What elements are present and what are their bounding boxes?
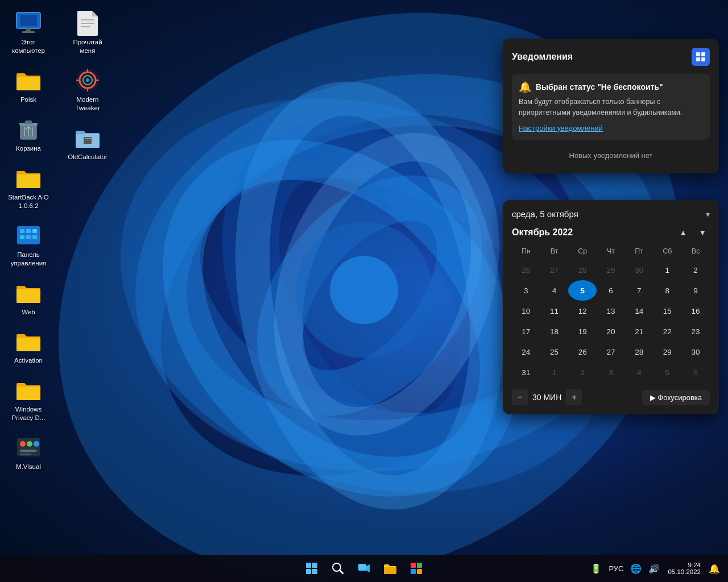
svg-rect-26 — [32, 235, 37, 239]
calendar-day-cell[interactable]: 27 — [540, 260, 569, 280]
calendar-prev-month[interactable]: ▲ — [676, 227, 690, 238]
calendar-day-cell[interactable]: 7 — [625, 280, 653, 301]
calendar-day-cell[interactable]: 30 — [681, 342, 710, 362]
calendar-timer-minus[interactable]: − — [512, 389, 528, 405]
calendar-panel: среда, 5 октября ▾ Октябрь 2022 ▲ ▼ ПнВт… — [503, 200, 719, 414]
calendar-body: 2627282930123456789101112131415161718192… — [512, 260, 710, 383]
calendar-day-cell[interactable]: 6 — [681, 362, 710, 383]
notification-taskbar-icon[interactable]: 🔔 — [708, 562, 721, 575]
calendar-day-cell[interactable]: 11 — [540, 301, 569, 321]
icon-windows-privacy[interactable]: Windows Privacy D... — [6, 373, 51, 426]
calendar-day-cell[interactable]: 28 — [568, 260, 597, 280]
notification-bell-icon: 🔔 — [519, 81, 531, 93]
calendar-day-cell[interactable]: 18 — [540, 321, 569, 342]
calendar-day-cell[interactable]: 29 — [653, 342, 682, 362]
svg-rect-23 — [32, 229, 37, 233]
calendar-timer-plus[interactable]: + — [566, 389, 582, 405]
calendar-day-cell[interactable]: 5 — [568, 280, 597, 301]
calendar-day-cell[interactable]: 1 — [653, 260, 682, 280]
icon-readme[interactable]: Прочитай меня — [65, 6, 110, 59]
notification-settings-button[interactable] — [692, 48, 710, 66]
calendar-day-cell[interactable]: 23 — [681, 321, 710, 342]
store-taskbar-icon — [410, 562, 423, 575]
calendar-day-cell[interactable]: 28 — [625, 342, 653, 362]
icon-this-computer[interactable]: Этот компьютер — [6, 6, 51, 59]
svg-rect-31 — [20, 450, 37, 452]
calendar-day-cell[interactable]: 3 — [597, 362, 625, 383]
svg-rect-50 — [696, 57, 700, 61]
calendar-day-cell[interactable]: 2 — [681, 260, 710, 280]
calendar-day-cell[interactable]: 6 — [597, 280, 625, 301]
search-button[interactable] — [326, 557, 349, 580]
calendar-day-cell[interactable]: 4 — [540, 280, 569, 301]
date-time-display[interactable]: 9:24 05.10.2022 — [665, 560, 703, 576]
folder-winprivacy-icon — [15, 379, 42, 401]
folder-web-icon — [15, 281, 42, 304]
file-explorer-button[interactable] — [379, 557, 402, 580]
store-button[interactable] — [405, 557, 428, 580]
chat-button[interactable] — [353, 557, 375, 580]
calendar-day-cell[interactable]: 8 — [653, 280, 682, 301]
svg-rect-60 — [417, 563, 422, 568]
calendar-day-cell[interactable]: 21 — [625, 321, 653, 342]
icon-activation[interactable]: Activation — [6, 324, 51, 368]
svg-point-9 — [330, 256, 398, 324]
icon-label-web: Web — [22, 308, 35, 317]
calendar-day-cell[interactable]: 4 — [625, 362, 653, 383]
svg-line-57 — [340, 570, 343, 573]
calendar-day-cell[interactable]: 22 — [653, 321, 682, 342]
icon-modern-tweaker[interactable]: Modern Tweaker — [65, 63, 110, 116]
calendar-day-cell[interactable]: 1 — [540, 362, 569, 383]
calendar-day-cell[interactable]: 31 — [512, 362, 540, 383]
calendar-day-cell[interactable]: 29 — [597, 260, 625, 280]
folder-poisk-icon — [15, 69, 42, 92]
icon-control-panel[interactable]: Панель управления — [6, 218, 51, 271]
calendar-week-row: 10111213141516 — [512, 301, 710, 321]
calendar-day-cell[interactable]: 2 — [568, 362, 597, 383]
calendar-focus-button[interactable]: ▶ Фокусировка — [642, 390, 710, 405]
calendar-day-cell[interactable]: 20 — [597, 321, 625, 342]
icon-startback[interactable]: StartBack AiO 1.0.6.2 — [6, 161, 51, 214]
calendar-day-cell[interactable]: 10 — [512, 301, 540, 321]
svg-rect-22 — [26, 229, 31, 233]
calendar-day-cell[interactable]: 19 — [568, 321, 597, 342]
calendar-expand-icon[interactable]: ▾ — [706, 210, 710, 219]
start-button[interactable] — [300, 557, 323, 580]
calendar-grid: ПнВтСрЧтПтСбВс 2627282930123456789101112… — [512, 245, 710, 383]
svg-point-28 — [20, 441, 26, 447]
calendar-day-cell[interactable]: 25 — [540, 342, 569, 362]
calendar-day-cell[interactable]: 30 — [625, 260, 653, 280]
calendar-day-cell[interactable]: 9 — [681, 280, 710, 301]
icon-label-old-calculator: OldCalculator — [68, 153, 107, 161]
calendar-day-cell[interactable]: 26 — [568, 342, 597, 362]
calendar-day-cell[interactable]: 27 — [597, 342, 625, 362]
svg-rect-46 — [87, 138, 89, 139]
calendar-day-cell[interactable]: 24 — [512, 342, 540, 362]
calendar-next-month[interactable]: ▼ — [695, 227, 710, 238]
calendar-day-cell[interactable]: 14 — [625, 301, 653, 321]
icon-mvisual[interactable]: M.Visual — [6, 430, 51, 475]
folder-activation-icon — [15, 330, 42, 352]
icon-recycle[interactable]: Корзина — [6, 112, 51, 156]
calendar-day-cell[interactable]: 13 — [597, 301, 625, 321]
calendar-day-cell[interactable]: 16 — [681, 301, 710, 321]
calendar-date-header: среда, 5 октября ▾ — [512, 209, 710, 219]
notification-settings-link[interactable]: Настройки уведомлений — [519, 124, 603, 132]
icon-old-calculator[interactable]: OldCalculator — [65, 120, 110, 165]
calendar-day-cell[interactable]: 5 — [653, 362, 682, 383]
calendar-day-cell[interactable]: 17 — [512, 321, 540, 342]
calendar-day-cell[interactable]: 26 — [512, 260, 540, 280]
volume-icon[interactable]: 🔊 — [647, 562, 661, 575]
notification-card-title: Выбран статус "Не беспокоить" — [536, 82, 663, 92]
language-indicator[interactable]: РУС — [607, 563, 624, 574]
svg-rect-32 — [20, 454, 31, 455]
calendar-day-cell[interactable]: 3 — [512, 280, 540, 301]
icon-poisk[interactable]: Poisk — [6, 63, 51, 107]
settings-icon — [696, 52, 706, 62]
icon-web[interactable]: Web — [6, 276, 51, 320]
svg-rect-62 — [417, 569, 422, 574]
network-icon[interactable]: 🌐 — [629, 562, 643, 575]
calendar-day-cell[interactable]: 12 — [568, 301, 597, 321]
readme-doc-icon — [76, 10, 99, 36]
calendar-day-cell[interactable]: 15 — [653, 301, 682, 321]
